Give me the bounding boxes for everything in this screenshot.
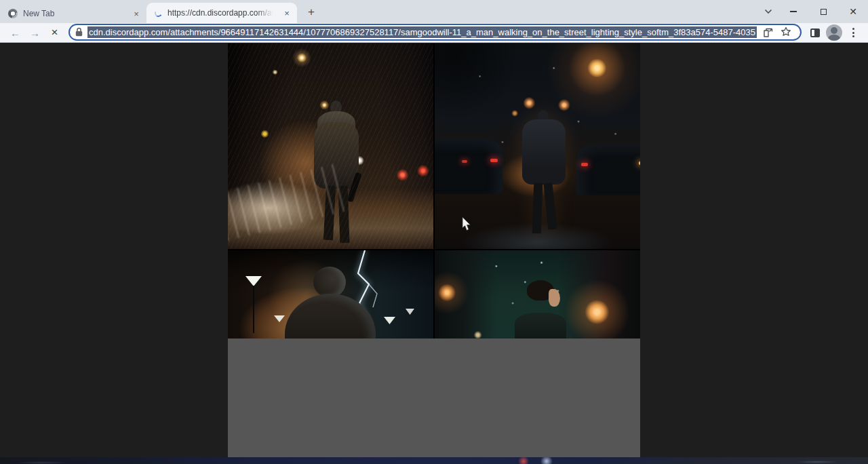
forward-button[interactable]: → [25,24,45,41]
tab-title: https://cdn.discordapp.com/atta [167,8,275,18]
tab-new-tab[interactable]: New Tab × [0,4,146,23]
parked-car-right [576,145,640,195]
url-text[interactable]: cdn.discordapp.com/attachments/966491171… [87,26,760,39]
lamp-post [253,286,254,333]
person-icon [826,24,842,41]
profile-avatar[interactable] [825,24,844,41]
parked-car-left [435,140,502,194]
new-tab-button[interactable]: + [302,3,320,21]
window-restore-button[interactable] [808,0,838,23]
window-minimize-button[interactable] [778,0,808,23]
image-column [228,43,640,457]
tab-title: New Tab [23,9,125,18]
stop-loading-button[interactable]: × [45,24,64,41]
image-quadrant-3 [228,250,433,339]
rain-overlay [228,43,433,249]
street-lamp [245,276,262,286]
minimize-icon [790,11,797,12]
window-close-button[interactable]: ✕ [838,0,868,23]
tab-discord-cdn[interactable]: https://cdn.discordapp.com/atta × [146,3,297,23]
url-selected-text: cdn.discordapp.com/attachments/966491171… [87,26,757,38]
mouse-cursor [462,217,472,231]
tab-close-icon[interactable]: × [281,7,293,19]
midjourney-image-grid[interactable] [228,43,640,339]
image-quadrant-4 [435,250,640,339]
browser-toolbar: ← → × cdn.discordapp.com/attachments/966… [0,23,868,43]
lock-icon[interactable] [75,27,83,37]
bookmark-star-icon[interactable] [777,26,795,37]
street-lamp [274,315,285,322]
side-panel-icon[interactable] [806,24,825,41]
menu-kebab-icon[interactable] [844,24,863,41]
loading-spinner-icon [154,8,163,17]
person-face [549,289,560,307]
street-lamp [406,309,414,315]
image-quadrant-1 [228,43,433,249]
unloaded-image-placeholder [228,339,640,457]
tab-close-icon[interactable]: × [130,7,142,20]
person-silhouette [521,110,566,246]
street-lamp [384,317,395,324]
back-button[interactable]: ← [5,24,25,41]
address-bar[interactable]: cdn.discordapp.com/attachments/966491171… [68,24,802,41]
restore-icon [821,9,827,15]
tab-search-chevron-icon[interactable] [758,0,778,23]
chromium-favicon-icon [8,9,18,18]
page-content [0,43,868,457]
person-body [515,313,566,339]
tab-strip: New Tab × https://cdn.discordapp.com/att… [0,0,868,23]
share-icon[interactable] [760,27,777,37]
windows-taskbar-edge[interactable] [0,457,868,464]
